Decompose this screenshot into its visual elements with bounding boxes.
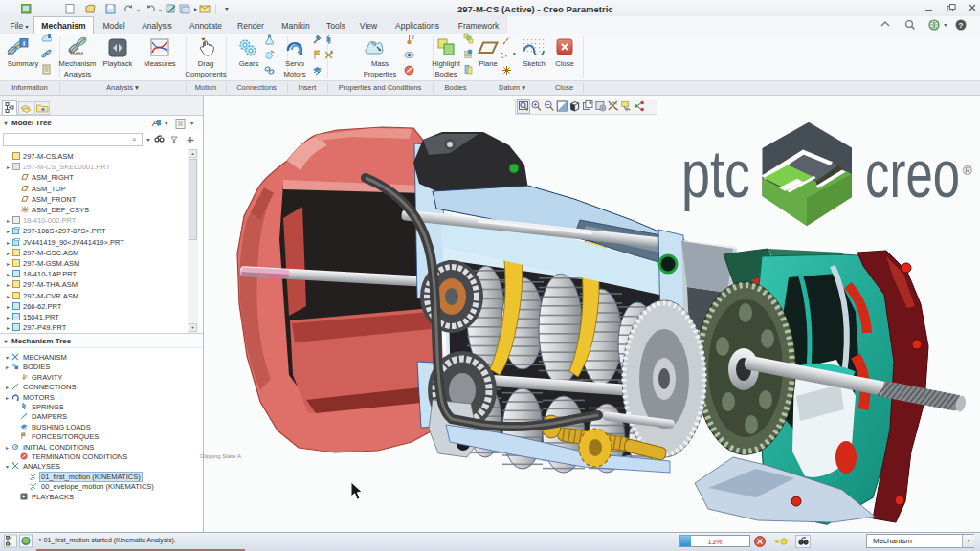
svg-text:g: g — [25, 373, 27, 377]
svg-text:i: i — [23, 39, 25, 48]
svg-text:?: ? — [959, 21, 964, 30]
svg-text:g: g — [412, 34, 414, 39]
